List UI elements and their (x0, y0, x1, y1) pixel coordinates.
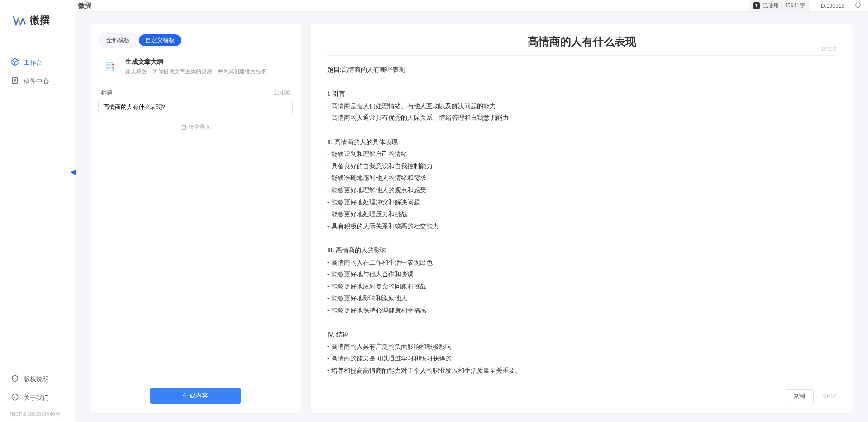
output-footer: 复制 404字 (327, 383, 836, 403)
title-input[interactable] (98, 100, 293, 114)
nav-label: 版权说明 (24, 375, 49, 384)
template-panel: 全部模板 自定义模板 📑 生成文章大纲 输入标题，为你提供文章主体的灵感，并为其… (90, 24, 301, 413)
main: 微撰 T 已使用：45641字 ID:100519 全部模板 自定义模板 📑 (75, 0, 868, 422)
brand: 微撰 (0, 14, 75, 54)
output-title: 高情商的人有什么表现 (327, 34, 836, 49)
tab-custom-templates[interactable]: 自定义模板 (139, 34, 181, 46)
icp-text: 鄂ICP备2022016946号 (0, 408, 75, 417)
char-counter: 11/100 (273, 90, 290, 96)
sidebar: 微撰 工作台 稿件中心 ◀ 版权说明 关于我们 鄂ICP备2022016946号 (0, 0, 75, 422)
topbar-right: T 已使用：45641字 ID:100519 (749, 0, 862, 11)
tab-all-templates[interactable]: 全部模板 (100, 34, 136, 46)
topbar: 微撰 T 已使用：45641字 ID:100519 (75, 0, 868, 12)
svg-rect-2 (182, 125, 186, 129)
usage-badge[interactable]: T 已使用：45641字 (749, 0, 809, 11)
output-header: 高情商的人有什么表现 10/100 (327, 34, 836, 56)
extra-entry-hint[interactable]: 请空录入 (98, 123, 293, 131)
document-icon (11, 76, 19, 86)
usage-text: 已使用：45641字 (763, 2, 805, 9)
template-tabs: 全部模板 自定义模板 (98, 33, 183, 48)
nav-label: 关于我们 (24, 394, 49, 402)
output-panel: 高情商的人有什么表现 10/100 题目:高情商的人有哪些表现 I. 引言 - … (311, 24, 853, 413)
page-title: 微撰 (78, 2, 91, 10)
brand-name: 微撰 (30, 14, 50, 27)
output-title-counter: 10/100 (821, 46, 836, 52)
template-card: 📑 生成文章大纲 输入标题，为你提供文章主体的灵感，并为其创建推文提纲 (98, 58, 293, 76)
clipboard-icon (181, 124, 187, 131)
nav-label: 稿件中心 (24, 77, 49, 85)
sidebar-item-drafts[interactable]: 稿件中心 (0, 73, 75, 90)
shield-icon (11, 375, 19, 384)
cube-icon (11, 58, 19, 67)
template-card-icon: 📑 (101, 58, 119, 76)
template-card-title: 生成文章大纲 (125, 58, 267, 66)
field-label: 标题 (101, 89, 113, 97)
info-icon (11, 393, 19, 403)
template-card-subtitle: 输入标题，为你提供文章主体的灵感，并为其创建推文提纲 (125, 68, 267, 76)
nav: 工作台 稿件中心 (0, 54, 75, 90)
word-count: 404字 (822, 393, 836, 400)
sidebar-item-copyright[interactable]: 版权说明 (0, 371, 75, 388)
workspace: 全部模板 自定义模板 📑 生成文章大纲 输入标题，为你提供文章主体的灵感，并为其… (75, 12, 868, 422)
output-body[interactable]: 题目:高情商的人有哪些表现 I. 引言 - 高情商是指人们处理情绪、与他人互动以… (327, 64, 836, 376)
sidebar-item-workspace[interactable]: 工作台 (0, 54, 75, 71)
sidebar-item-about[interactable]: 关于我们 (0, 389, 75, 406)
nav-label: 工作台 (24, 59, 43, 67)
nav-footer: 版权说明 关于我们 鄂ICP备2022016946号 (0, 371, 75, 417)
token-icon: T (753, 2, 760, 9)
copy-button[interactable]: 复制 (785, 389, 814, 403)
user-id: ID:100519 (820, 3, 844, 9)
power-icon[interactable] (854, 1, 862, 10)
logo-icon (13, 14, 26, 27)
collapse-toggle[interactable]: ◀ (70, 167, 76, 176)
generate-button[interactable]: 生成内容 (150, 388, 241, 404)
